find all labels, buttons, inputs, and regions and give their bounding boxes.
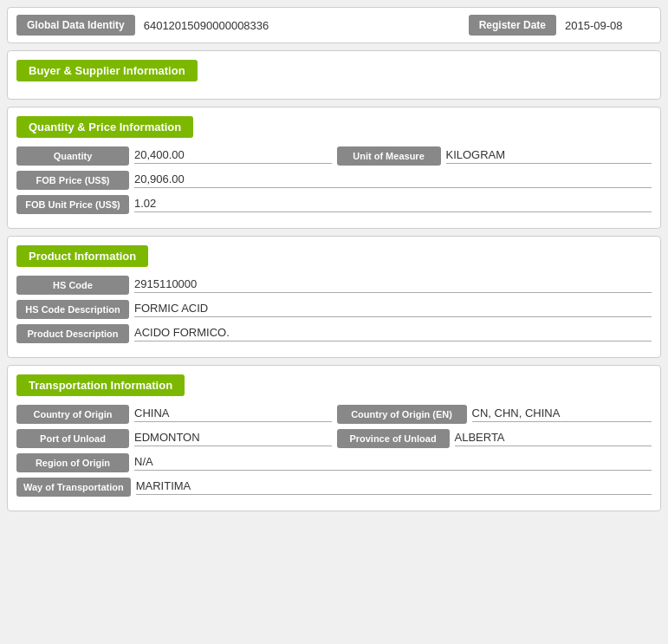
global-data-identity-value: 64012015090000008336 bbox=[144, 19, 460, 32]
region-origin-row: Region of Origin N/A bbox=[16, 453, 652, 472]
port-unload-value: EDMONTON bbox=[134, 431, 332, 446]
identity-row: Global Data Identity 6401201509000000833… bbox=[7, 7, 661, 43]
prod-desc-label: Product Description bbox=[16, 324, 129, 343]
transportation-section: Transportation Information Country of Or… bbox=[7, 365, 661, 511]
quantity-price-section: Quantity & Price Information Quantity 20… bbox=[7, 107, 661, 229]
country-row: Country of Origin CHINA Country of Origi… bbox=[16, 405, 652, 424]
prod-desc-row: Product Description ACIDO FORMICO. bbox=[16, 324, 652, 343]
country-origin-group: Country of Origin CHINA bbox=[16, 405, 332, 424]
port-unload-label: Port of Unload bbox=[16, 429, 129, 448]
province-unload-group: Province of Unload ALBERTA bbox=[337, 429, 652, 448]
page-wrapper: Global Data Identity 6401201509000000833… bbox=[7, 7, 661, 511]
unit-group: Unit of Measure KILOGRAM bbox=[337, 146, 652, 166]
register-date-value: 2015-09-08 bbox=[565, 19, 652, 32]
province-unload-label: Province of Unload bbox=[337, 429, 450, 448]
port-unload-group: Port of Unload EDMONTON bbox=[16, 429, 332, 448]
fob-unit-price-row: FOB Unit Price (US$) 1.02 bbox=[16, 195, 652, 214]
quantity-label: Quantity bbox=[16, 146, 129, 166]
hs-desc-value: FORMIC ACID bbox=[134, 302, 652, 317]
prod-desc-value: ACIDO FORMICO. bbox=[134, 326, 652, 342]
buyer-supplier-header: Buyer & Supplier Information bbox=[16, 60, 198, 81]
way-transport-label: Way of Transportation bbox=[16, 478, 131, 497]
product-section: Product Information HS Code 2915110000 H… bbox=[7, 236, 661, 358]
unit-value: KILOGRAM bbox=[446, 148, 652, 164]
country-origin-en-value: CN, CHN, CHINA bbox=[472, 407, 652, 422]
quantity-price-header: Quantity & Price Information bbox=[16, 116, 193, 138]
way-transport-row: Way of Transportation MARITIMA bbox=[16, 478, 652, 497]
hs-code-label: HS Code bbox=[16, 276, 129, 295]
hs-code-row: HS Code 2915110000 bbox=[16, 276, 652, 295]
buyer-supplier-section: Buyer & Supplier Information bbox=[7, 50, 661, 100]
hs-desc-row: HS Code Description FORMIC ACID bbox=[16, 300, 652, 319]
product-header: Product Information bbox=[16, 245, 148, 267]
country-origin-en-label: Country of Origin (EN) bbox=[337, 405, 467, 424]
fob-price-value: 20,906.00 bbox=[134, 172, 652, 188]
global-data-identity-label: Global Data Identity bbox=[16, 15, 135, 36]
way-transport-value: MARITIMA bbox=[136, 479, 652, 495]
quantity-unit-row: Quantity 20,400.00 Unit of Measure KILOG… bbox=[16, 146, 652, 166]
country-origin-en-group: Country of Origin (EN) CN, CHN, CHINA bbox=[337, 405, 652, 424]
country-origin-value: CHINA bbox=[134, 407, 332, 422]
register-date-label: Register Date bbox=[469, 15, 556, 36]
region-origin-label: Region of Origin bbox=[16, 453, 129, 472]
fob-price-label: FOB Price (US$) bbox=[16, 171, 129, 190]
fob-price-row: FOB Price (US$) 20,906.00 bbox=[16, 171, 652, 190]
unit-label: Unit of Measure bbox=[337, 146, 441, 166]
country-origin-label: Country of Origin bbox=[16, 405, 129, 424]
fob-unit-price-value: 1.02 bbox=[134, 197, 652, 212]
transportation-header: Transportation Information bbox=[16, 374, 185, 396]
quantity-group: Quantity 20,400.00 bbox=[16, 146, 332, 166]
province-unload-value: ALBERTA bbox=[455, 431, 652, 446]
fob-unit-price-label: FOB Unit Price (US$) bbox=[16, 195, 129, 214]
hs-code-value: 2915110000 bbox=[134, 277, 652, 293]
hs-desc-label: HS Code Description bbox=[16, 300, 129, 319]
region-origin-value: N/A bbox=[134, 455, 652, 471]
port-province-row: Port of Unload EDMONTON Province of Unlo… bbox=[16, 429, 652, 448]
quantity-value: 20,400.00 bbox=[134, 148, 332, 164]
